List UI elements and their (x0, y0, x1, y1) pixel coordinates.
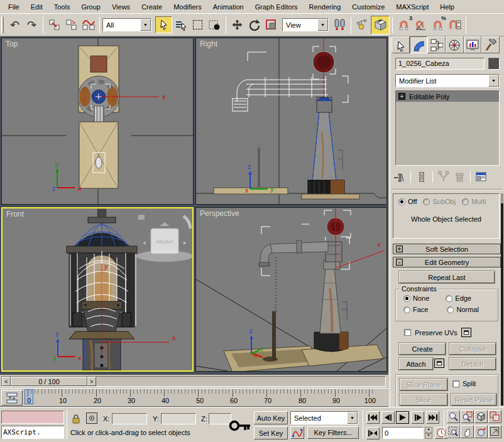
zoom-button[interactable] (447, 410, 460, 423)
select-and-manipulate-button[interactable] (354, 16, 371, 33)
detach-button[interactable]: Detach (449, 358, 496, 370)
make-unique-icon[interactable] (437, 171, 451, 183)
collapse-button[interactable]: Collapse (449, 343, 496, 355)
zoom-all-button[interactable] (461, 410, 474, 423)
snaps-toggle-button[interactable] (371, 16, 390, 35)
constraint-edge[interactable]: Edge (446, 294, 471, 302)
radio-circle[interactable] (447, 306, 454, 313)
play-animation-button[interactable] (396, 411, 409, 424)
rollout-soft-selection[interactable]: + Soft Selection (393, 244, 501, 254)
maxscript-mini-listener[interactable]: AXScript. (1, 426, 64, 439)
create-button[interactable]: Create (399, 343, 446, 355)
spinner-up-icon[interactable]: ▲ (425, 427, 432, 433)
radio-subobj-circle[interactable] (423, 198, 430, 205)
viewport-perspective-label[interactable]: Perspective (200, 209, 239, 218)
z-coord-field[interactable] (209, 413, 231, 424)
select-and-move-button[interactable] (229, 16, 246, 33)
radio-subobj[interactable]: SubObj (423, 198, 456, 205)
reference-coordinate-system-dropdown[interactable]: View ▼ (282, 18, 329, 31)
angle-snap-toggle-button[interactable]: 3 (395, 16, 412, 33)
modifier-list-dropdown[interactable]: Modifier List ▼ (395, 74, 500, 87)
radio-off[interactable]: Off (398, 198, 417, 205)
object-color-swatch[interactable] (488, 58, 500, 70)
selection-filter-dropdown[interactable]: All ▼ (102, 18, 151, 31)
viewport-perspective[interactable]: x z y x Perspective (195, 207, 387, 372)
tab-hierarchy[interactable] (427, 36, 446, 53)
radio-circle[interactable] (446, 295, 452, 302)
undo-button[interactable]: ↶ (6, 16, 23, 33)
configure-modifier-sets-icon[interactable] (474, 171, 488, 183)
maxscript-mini-listener-pink[interactable] (1, 411, 64, 424)
menu-views[interactable]: Views (106, 1, 136, 13)
viewport-front-label[interactable]: Front (6, 210, 24, 218)
repeat-last-button[interactable]: Repeat Last (399, 271, 495, 283)
radio-circle[interactable] (403, 306, 410, 313)
scrollbar-thumb[interactable] (501, 193, 503, 203)
viewport-top[interactable]: x y z x Top (1, 38, 194, 205)
set-keys-key-icon[interactable] (229, 414, 253, 436)
panel-scrollbar[interactable] (501, 193, 503, 406)
tab-motion[interactable] (446, 36, 464, 53)
selection-lock-icon[interactable] (70, 413, 82, 424)
select-and-link-button[interactable] (46, 16, 63, 33)
reset-plane-button[interactable]: Reset Plane (451, 394, 496, 406)
menu-rendering[interactable]: Rendering (304, 1, 347, 13)
zoom-extents-all-button[interactable] (488, 410, 501, 423)
absolute-mode-transform-icon[interactable] (85, 412, 98, 424)
previous-frame-arrow[interactable]: < (2, 377, 11, 386)
next-frame-arrow[interactable]: > (87, 377, 96, 386)
menu-edit[interactable]: Edit (25, 1, 48, 13)
attach-button[interactable]: Attach (399, 358, 433, 370)
key-filters-button[interactable]: Key Filters... (307, 426, 359, 439)
pin-stack-icon[interactable] (393, 171, 407, 183)
rollout-expand-icon[interactable]: + (396, 245, 403, 252)
toolbar-grip[interactable] (1, 17, 4, 33)
tab-utilities[interactable] (481, 36, 500, 53)
menu-modifiers[interactable]: Modifiers (168, 1, 207, 13)
slice-plane-button[interactable]: Slice Plane (400, 379, 447, 391)
bind-to-space-warp-button[interactable] (80, 16, 97, 33)
radio-circle[interactable] (403, 295, 410, 302)
radio-multi[interactable]: Multi (462, 198, 486, 205)
remove-modifier-icon[interactable] (452, 171, 466, 183)
zoom-region-button[interactable] (447, 425, 460, 438)
go-to-start-button[interactable] (366, 411, 380, 424)
constraint-face[interactable]: Face (403, 306, 428, 313)
menu-customize[interactable]: Customize (346, 1, 390, 13)
radio-multi-circle[interactable] (462, 198, 469, 205)
menu-maxscript[interactable]: MAXScript (390, 1, 434, 13)
select-by-name-button[interactable] (172, 16, 189, 33)
select-object-button[interactable] (155, 16, 172, 33)
viewport-right-label[interactable]: Right (200, 40, 217, 48)
tab-create[interactable] (392, 36, 410, 53)
use-pivot-point-center-button[interactable] (331, 16, 348, 33)
stack-item-editable-poly[interactable]: + Editable Poly (396, 91, 499, 102)
object-name-field[interactable]: 1_0256_Cabeza (395, 58, 485, 70)
go-to-end-button[interactable] (426, 411, 439, 424)
rectangular-selection-region-button[interactable] (189, 16, 206, 33)
menu-tools[interactable]: Tools (48, 1, 76, 13)
min-max-toggle-button[interactable] (488, 425, 501, 438)
angle-snap-button[interactable] (412, 16, 429, 33)
viewport-front[interactable]: x y FRONT z y x (1, 207, 194, 372)
menu-graph-editors[interactable]: Graph Editors (249, 1, 304, 13)
redo-button[interactable]: ↷ (23, 16, 40, 33)
open-mini-curve-editor-button[interactable] (1, 390, 23, 406)
tab-modify[interactable] (410, 36, 428, 53)
select-and-rotate-button[interactable] (246, 16, 263, 33)
key-mode-toggle-button[interactable] (366, 427, 380, 439)
split-checkbox[interactable] (452, 380, 459, 387)
menu-group[interactable]: Group (75, 1, 106, 13)
select-and-scale-button[interactable] (263, 16, 280, 33)
zoom-extents-button[interactable] (474, 410, 488, 423)
menu-help[interactable]: Help (434, 1, 460, 13)
preserve-uvs-checkbox[interactable] (404, 329, 411, 336)
set-key-button[interactable]: Set Key (254, 426, 288, 439)
y-coord-field[interactable] (161, 413, 196, 424)
rollout-collapse-icon[interactable]: - (396, 259, 403, 266)
expand-icon[interactable]: + (398, 93, 405, 100)
track-bar[interactable]: 0 10 20 30 40 50 60 70 80 90 100 (0, 388, 388, 407)
time-configuration-button[interactable] (435, 427, 447, 439)
radio-off-circle[interactable] (398, 198, 405, 205)
percent-snap-toggle-button[interactable]: % (429, 16, 446, 33)
